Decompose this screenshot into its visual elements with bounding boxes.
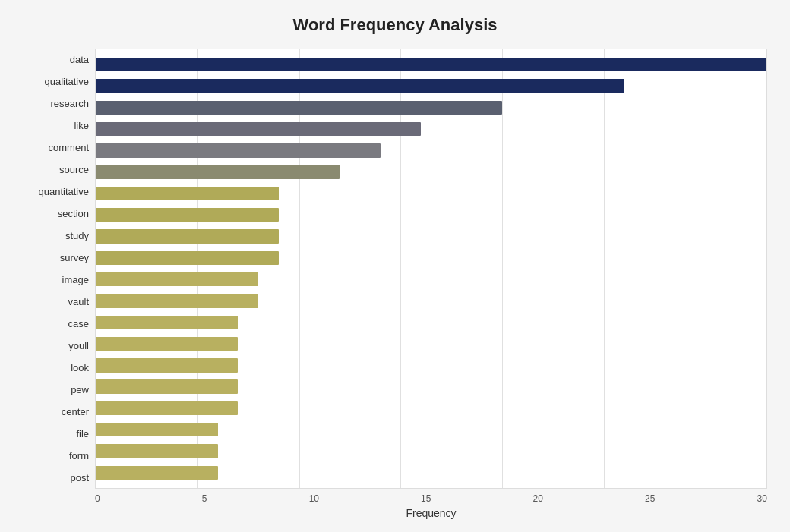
- y-label: survey: [23, 253, 89, 263]
- x-tick: 25: [645, 493, 655, 504]
- bar: [96, 58, 766, 71]
- y-label: vault: [23, 297, 89, 307]
- y-label: source: [23, 165, 89, 175]
- y-label: case: [23, 319, 89, 329]
- bar-row: [96, 269, 766, 290]
- bar-row: [96, 290, 766, 311]
- bar: [96, 101, 502, 115]
- bar: [96, 251, 279, 265]
- y-labels: dataqualitativeresearchlikecommentsource…: [23, 49, 95, 489]
- bar: [96, 208, 279, 222]
- bar: [96, 294, 258, 307]
- bar-row: [96, 183, 766, 204]
- bar: [96, 165, 340, 178]
- chart-title: Word Frequency Analysis: [23, 15, 767, 35]
- chart-area: dataqualitativeresearchlikecommentsource…: [23, 49, 767, 489]
- bar: [96, 401, 238, 415]
- x-tick: 0: [95, 493, 100, 504]
- y-label: comment: [23, 143, 89, 153]
- chart-container: Word Frequency Analysis dataqualitativer…: [0, 0, 790, 532]
- y-label: post: [23, 473, 89, 483]
- bar: [96, 444, 218, 458]
- x-tick: 5: [202, 493, 207, 504]
- y-label: file: [23, 429, 89, 439]
- bar-row: [96, 440, 766, 461]
- bar-row: [96, 75, 766, 96]
- bar: [96, 272, 258, 286]
- bar: [96, 122, 421, 136]
- y-label: like: [23, 121, 89, 131]
- x-axis: 051015202530: [95, 489, 767, 504]
- bar: [96, 316, 238, 329]
- y-label: form: [23, 451, 89, 461]
- y-label: research: [23, 99, 89, 109]
- y-label: quantitative: [23, 187, 89, 197]
- bar-row: [96, 398, 766, 419]
- bar-row: [96, 462, 766, 483]
- bar-row: [96, 376, 766, 397]
- x-tick: 10: [309, 493, 319, 504]
- y-label: image: [23, 275, 89, 285]
- x-tick: 20: [533, 493, 543, 504]
- bar-row: [96, 97, 766, 118]
- bars-wrapper: [96, 49, 766, 488]
- bar-row: [96, 140, 766, 161]
- bar-row: [96, 225, 766, 247]
- y-label: study: [23, 231, 89, 241]
- bar: [96, 358, 238, 372]
- bar-row: [96, 419, 766, 440]
- x-tick: 30: [757, 493, 767, 504]
- bar: [96, 423, 218, 436]
- y-label: youll: [23, 341, 89, 351]
- bar-row: [96, 118, 766, 140]
- y-label: data: [23, 55, 89, 65]
- bar: [96, 187, 279, 200]
- bar-row: [96, 333, 766, 354]
- bar: [96, 466, 218, 480]
- x-tick: 15: [421, 493, 431, 504]
- y-label: section: [23, 209, 89, 219]
- bar: [96, 337, 238, 351]
- bar-row: [96, 204, 766, 225]
- bar: [96, 143, 381, 157]
- bar-row: [96, 54, 766, 75]
- x-axis-label: Frequency: [95, 507, 767, 519]
- y-label: center: [23, 407, 89, 417]
- bar-row: [96, 161, 766, 182]
- bar-row: [96, 247, 766, 269]
- bar-row: [96, 354, 766, 376]
- bar: [96, 79, 624, 93]
- bar-row: [96, 312, 766, 333]
- y-label: look: [23, 363, 89, 373]
- y-label: pew: [23, 385, 89, 395]
- bars-grid: [95, 49, 767, 489]
- y-label: qualitative: [23, 77, 89, 87]
- bar: [96, 379, 238, 393]
- bar: [96, 229, 279, 243]
